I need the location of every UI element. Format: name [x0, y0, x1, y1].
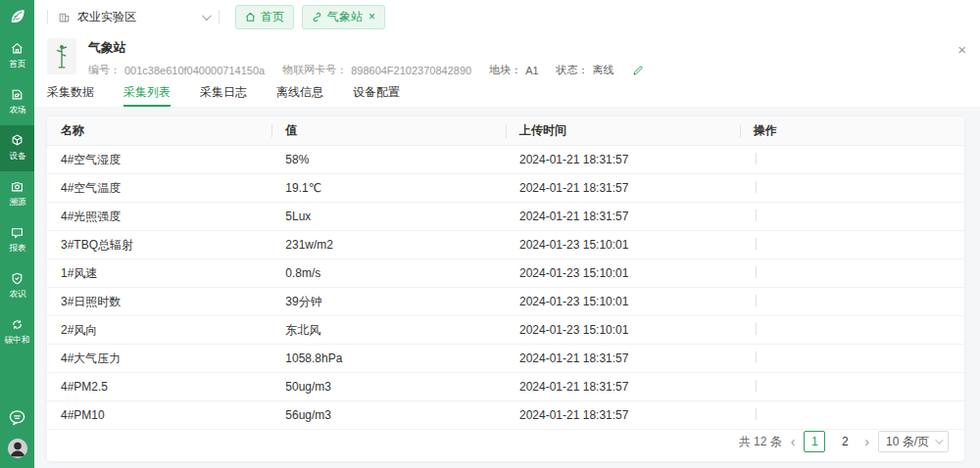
- cell-time: 2024-01-21 18:31:57: [506, 210, 740, 223]
- action-divider: [756, 408, 757, 420]
- status-label: 状态：: [557, 63, 589, 77]
- table-card: 名称 值 上传时间 操作 4#空气湿度 58% 2024-01-21 18:31…: [47, 117, 964, 461]
- breadcrumb-tabs: 首页 气象站 ×: [235, 5, 385, 29]
- chevron-down-icon: [202, 11, 212, 21]
- workspace-name: 农业实验区: [77, 9, 136, 25]
- link-icon: [312, 12, 322, 23]
- serial-value: 001c38e610f040000714150a: [124, 65, 265, 76]
- sidebar-nav: 首页 农场 设备 溯源: [0, 33, 34, 355]
- device-icon: [11, 134, 24, 147]
- tab-collect-log[interactable]: 采集日志: [200, 84, 247, 107]
- action-divider: [756, 323, 757, 335]
- panel-close-icon[interactable]: ×: [957, 41, 966, 58]
- table-row: 4#PM10 56ug/m3 2024-01-21 18:31:57: [47, 401, 964, 430]
- trace-camera-icon: [11, 180, 24, 193]
- main-panel: 农业实验区 首页 气象站 ×: [34, 0, 980, 468]
- action-divider: [756, 238, 757, 250]
- action-divider: [756, 153, 757, 164]
- farm-icon: [11, 88, 24, 101]
- table-row: 4#光照强度 5Lux 2024-01-21 18:31:57: [47, 203, 964, 231]
- close-tab-icon[interactable]: ×: [368, 11, 375, 23]
- plot-value: A1: [525, 65, 538, 76]
- cell-time: 2024-01-23 15:10:01: [506, 238, 740, 252]
- next-page-icon[interactable]: ›: [864, 435, 869, 448]
- tab-chip-weather-station[interactable]: 气象站 ×: [302, 5, 385, 29]
- cell-time: 2024-01-23 15:10:01: [506, 323, 740, 337]
- page-number-1[interactable]: 1: [804, 431, 825, 452]
- collect-table: 名称 值 上传时间 操作 4#空气湿度 58% 2024-01-21 18:31…: [47, 117, 964, 430]
- sidebar-item-home[interactable]: 首页: [0, 33, 34, 79]
- cell-name: 4#空气温度: [47, 180, 271, 197]
- cell-action: [740, 380, 964, 395]
- sidebar-item-label: 首页: [9, 58, 25, 70]
- sidebar-item-report[interactable]: 报表: [0, 217, 34, 263]
- cell-action: [740, 351, 964, 366]
- sidebar-item-device[interactable]: 设备: [0, 125, 34, 171]
- table-row: 3#TBQ总辐射 231w/m2 2024-01-23 15:10:01: [47, 231, 964, 259]
- home-icon: [245, 12, 256, 23]
- table-row: 1#风速 0.8m/s 2024-01-23 15:10:01: [47, 259, 964, 288]
- cell-action: [740, 210, 964, 224]
- chat-bubble-icon[interactable]: [8, 408, 26, 427]
- app-logo-leaf-icon: [0, 0, 34, 33]
- sidebar-bottom: [8, 408, 27, 468]
- tab-collect-data[interactable]: 采集数据: [47, 84, 94, 107]
- divider: [219, 10, 220, 23]
- action-divider: [756, 351, 757, 363]
- table-row: 4#空气湿度 58% 2024-01-21 18:31:57: [47, 146, 964, 174]
- cell-value: 5Lux: [271, 210, 506, 223]
- table-row: 2#风向 东北风 2024-01-23 15:10:01: [47, 316, 964, 345]
- col-header-value: 值: [271, 122, 506, 139]
- workspace-selector[interactable]: 农业实验区: [58, 9, 209, 25]
- app-window: 首页 农场 设备 溯源: [0, 0, 980, 468]
- page-size-select[interactable]: 10 条/页: [878, 431, 949, 452]
- tab-collect-list[interactable]: 采集列表: [123, 84, 171, 107]
- sidebar-item-label: 溯源: [9, 196, 25, 208]
- device-title: 气象站: [88, 39, 644, 57]
- tab-device-config[interactable]: 设备配置: [353, 84, 400, 107]
- cell-time: 2024-01-21 18:31:57: [506, 351, 740, 365]
- action-divider: [756, 181, 757, 193]
- user-avatar[interactable]: [8, 439, 27, 458]
- carbon-cycle-icon: [11, 318, 24, 331]
- page-size-value: 10 条/页: [886, 434, 929, 450]
- tab-chip-label: 首页: [261, 9, 284, 25]
- col-header-time: 上传时间: [506, 122, 740, 139]
- divider: [47, 10, 48, 23]
- cell-value: 58%: [271, 153, 506, 166]
- report-icon: [11, 226, 24, 239]
- cell-name: 3#日照时数: [47, 294, 271, 310]
- knowledge-shield-icon: [11, 272, 24, 285]
- edit-pencil-icon[interactable]: [632, 65, 644, 76]
- cell-name: 4#光照强度: [47, 209, 271, 225]
- tab-offline-info[interactable]: 离线信息: [276, 84, 323, 107]
- cell-value: 0.8m/s: [271, 266, 506, 280]
- cell-action: [740, 153, 964, 167]
- cell-name: 4#空气湿度: [47, 152, 271, 168]
- sidebar-item-label: 农识: [9, 288, 25, 300]
- action-divider: [756, 295, 757, 306]
- plot-label: 地块：: [489, 63, 521, 77]
- status-value: 离线: [593, 63, 614, 77]
- cell-action: [740, 181, 964, 196]
- col-header-action: 操作: [740, 122, 964, 139]
- sidebar-item-farm[interactable]: 农场: [0, 79, 34, 125]
- serial-label: 编号：: [88, 63, 121, 77]
- sidebar-item-trace[interactable]: 溯源: [0, 171, 34, 217]
- cell-name: 4#大气压力: [47, 351, 271, 367]
- prev-page-icon[interactable]: ‹: [791, 435, 796, 448]
- cell-name: 3#TBQ总辐射: [47, 237, 271, 254]
- sidebar-item-label: 设备: [9, 150, 25, 162]
- home-icon: [11, 42, 24, 55]
- sidebar-item-knowledge[interactable]: 农识: [0, 263, 34, 309]
- tab-chip-home[interactable]: 首页: [235, 5, 294, 29]
- col-header-name: 名称: [47, 122, 271, 139]
- cell-value: 东北风: [271, 322, 506, 339]
- cell-time: 2024-01-23 15:10:01: [506, 266, 740, 280]
- page-number-2[interactable]: 2: [834, 431, 856, 452]
- cell-time: 2024-01-21 18:31:57: [506, 408, 740, 422]
- cell-value: 1058.8hPa: [271, 351, 506, 365]
- action-divider: [756, 210, 757, 221]
- sidebar-item-carbon[interactable]: 碳中和: [0, 309, 34, 355]
- cell-time: 2024-01-21 18:31:57: [506, 181, 740, 195]
